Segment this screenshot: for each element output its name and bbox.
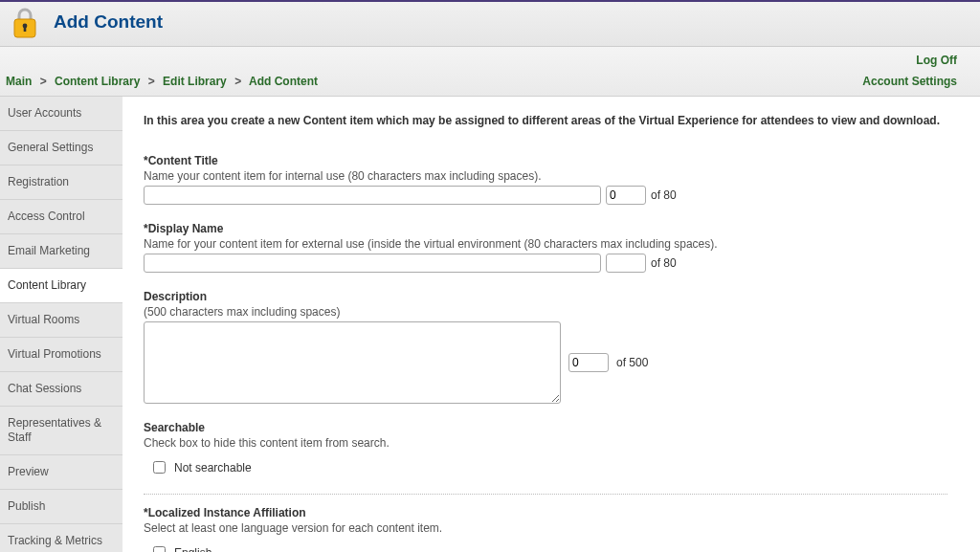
sidebar-item-chat-sessions[interactable]: Chat Sessions — [0, 372, 122, 407]
account-settings-link[interactable]: Account Settings — [862, 75, 957, 88]
log-off-link[interactable]: Log Off — [862, 54, 957, 67]
svg-rect-2 — [24, 26, 27, 32]
breadcrumb: Main > Content Library > Edit Library > … — [6, 75, 318, 88]
description-count[interactable] — [568, 353, 609, 372]
sidebar-item-reps-staff[interactable]: Representatives & Staff — [0, 407, 122, 455]
sidebar-item-preview[interactable]: Preview — [0, 455, 122, 490]
breadcrumb-sep: > — [148, 75, 155, 88]
sidebar-item-tracking-metrics[interactable]: Tracking & Metrics — [0, 524, 122, 552]
sidebar-item-general-settings[interactable]: General Settings — [0, 131, 122, 166]
description-of: of 500 — [616, 356, 648, 369]
localized-label: *Localized Instance Affiliation — [144, 506, 959, 519]
content-title-count[interactable] — [606, 186, 646, 205]
breadcrumb-content-library[interactable]: Content Library — [55, 75, 140, 88]
breadcrumb-main[interactable]: Main — [6, 75, 32, 88]
content-title-of: of 80 — [651, 188, 677, 202]
description-textarea[interactable] — [144, 321, 561, 404]
sidebar-item-registration[interactable]: Registration — [0, 166, 122, 200]
breadcrumb-sep: > — [40, 75, 47, 88]
display-name-input[interactable] — [144, 254, 601, 273]
description-help: (500 characters max including spaces) — [144, 305, 959, 319]
english-text: English — [174, 546, 212, 553]
divider — [144, 494, 947, 495]
description-label: Description — [144, 290, 959, 303]
sidebar-item-virtual-rooms[interactable]: Virtual Rooms — [0, 303, 122, 338]
sidebar-item-publish[interactable]: Publish — [0, 490, 122, 524]
display-name-label: *Display Name — [144, 222, 959, 235]
not-searchable-checkbox[interactable] — [153, 461, 166, 474]
searchable-label: Searchable — [144, 421, 959, 434]
display-name-count[interactable] — [606, 254, 646, 273]
display-name-of: of 80 — [651, 256, 677, 270]
sidebar-item-virtual-promotions[interactable]: Virtual Promotions — [0, 338, 122, 372]
content-title-help: Name your content item for internal use … — [144, 169, 959, 183]
searchable-help: Check box to hide this content item from… — [144, 436, 959, 450]
not-searchable-text: Not searchable — [174, 461, 252, 475]
breadcrumb-edit-library[interactable]: Edit Library — [163, 75, 227, 88]
localized-help: Select at least one language version for… — [144, 521, 959, 535]
sidebar-item-user-accounts[interactable]: User Accounts — [0, 97, 122, 131]
sidebar-item-email-marketing[interactable]: Email Marketing — [0, 234, 122, 269]
display-name-help: Name for your content item for external … — [144, 237, 959, 251]
sidebar-item-content-library[interactable]: Content Library — [0, 269, 122, 303]
sidebar: User Accounts General Settings Registrat… — [0, 97, 122, 552]
page-title: Add Content — [54, 11, 163, 33]
lock-icon — [10, 5, 40, 39]
breadcrumb-current: Add Content — [249, 75, 318, 88]
english-checkbox[interactable] — [153, 546, 166, 552]
sidebar-item-access-control[interactable]: Access Control — [0, 200, 122, 234]
content-title-input[interactable] — [144, 186, 601, 205]
intro-text: In this area you create a new Content it… — [144, 114, 959, 127]
content-title-label: *Content Title — [144, 154, 959, 167]
breadcrumb-sep: > — [234, 75, 241, 88]
